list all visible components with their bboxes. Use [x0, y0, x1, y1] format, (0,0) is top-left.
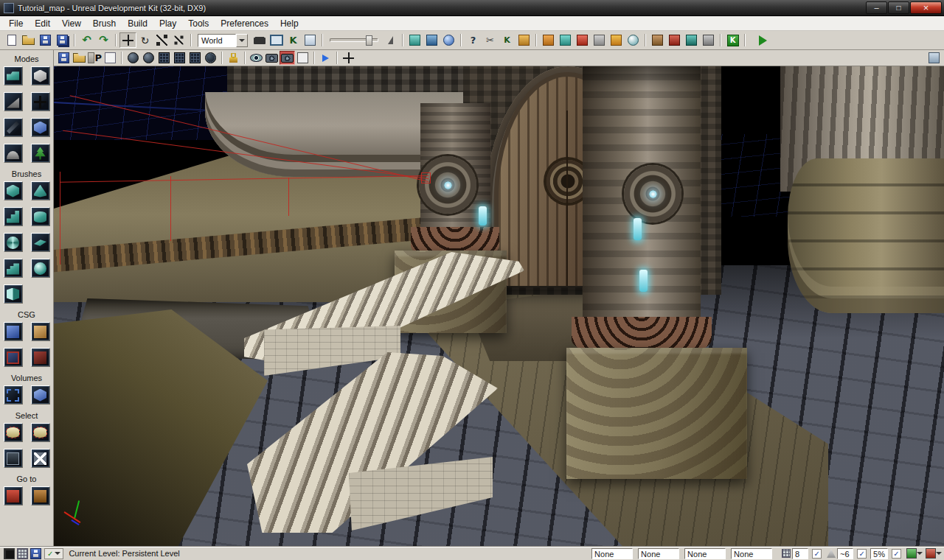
brush-cube-button[interactable] — [4, 181, 23, 200]
attach-icon[interactable] — [440, 32, 457, 48]
color-swatch-icon[interactable] — [2, 547, 15, 559]
square-white-icon[interactable] — [295, 51, 310, 65]
open-file-icon[interactable] — [20, 32, 37, 48]
csg-subtract-button[interactable] — [31, 322, 50, 341]
binoculars-icon[interactable] — [251, 32, 268, 48]
redo-icon[interactable] — [95, 32, 112, 48]
rotation-grid-icon[interactable] — [827, 549, 836, 558]
texture-mode-button[interactable] — [4, 118, 23, 137]
menu-item-file[interactable]: File — [3, 17, 29, 30]
brush-cylinder-button[interactable] — [31, 207, 50, 226]
generic-browser-icon[interactable] — [406, 32, 423, 48]
scale-tool-icon[interactable] — [153, 32, 170, 48]
perspective-viewport[interactable] — [54, 66, 944, 546]
p-mode-button[interactable]: P — [87, 51, 103, 65]
select-inside-button[interactable] — [4, 423, 23, 442]
kismet-icon[interactable] — [285, 32, 302, 48]
camera-icon[interactable] — [264, 51, 280, 65]
menu-item-help[interactable]: Help — [274, 17, 305, 30]
goto-builder-button[interactable] — [31, 486, 50, 505]
save-all-icon[interactable] — [54, 32, 71, 48]
mesh-mode-button[interactable] — [31, 118, 50, 137]
select-invert-button[interactable] — [4, 449, 23, 468]
menu-item-build[interactable]: Build — [122, 17, 153, 30]
menu-item-tools[interactable]: Tools — [182, 17, 215, 30]
eye-icon[interactable] — [249, 51, 264, 65]
brush-cone-button[interactable] — [31, 181, 50, 200]
deploy-red-icon[interactable] — [666, 32, 683, 48]
terrain-mode-button[interactable] — [4, 92, 23, 111]
brush-stair-button[interactable] — [4, 207, 23, 226]
menu-item-edit[interactable]: Edit — [29, 17, 56, 30]
select-none-button[interactable] — [31, 449, 50, 468]
geometry-mode-button[interactable] — [31, 66, 50, 85]
build-lighting-icon[interactable] — [557, 32, 574, 48]
save-mini2-icon[interactable] — [29, 547, 42, 559]
front-view-icon[interactable] — [172, 51, 187, 65]
maximize-icon[interactable] — [888, 1, 909, 14]
menu-item-view[interactable]: View — [56, 17, 87, 30]
lightmass-gem-icon[interactable] — [625, 32, 642, 48]
brush-sheet-button[interactable] — [31, 233, 50, 252]
landscape-mode-button[interactable] — [4, 144, 23, 163]
nonuniform-scale-tool-icon[interactable] — [170, 32, 187, 48]
close-icon[interactable] — [910, 1, 942, 14]
save-mini-icon[interactable] — [56, 51, 72, 65]
camera-speed-slider[interactable] — [330, 38, 378, 42]
drag-grid-checkbox[interactable] — [812, 549, 822, 559]
rotate-tool-icon[interactable] — [136, 32, 153, 48]
content-browser-icon[interactable] — [302, 32, 319, 48]
autosave-toggle-button[interactable] — [906, 548, 917, 559]
build-geometry-icon[interactable] — [540, 32, 557, 48]
side-view-icon[interactable] — [187, 51, 203, 65]
deploy-gray-icon[interactable] — [700, 32, 717, 48]
menu-item-play[interactable]: Play — [153, 17, 182, 30]
fullscreen-icon[interactable] — [268, 32, 285, 48]
open-mini-icon[interactable] — [72, 51, 87, 65]
undo-icon[interactable] — [78, 32, 95, 48]
help-question-icon[interactable] — [465, 32, 482, 48]
brush-spiral-stair-button[interactable] — [4, 233, 23, 252]
kismet-green-icon[interactable] — [724, 32, 741, 48]
camera-locked-icon[interactable] — [280, 51, 295, 65]
level-visibility-dropdown[interactable]: ✓ — [44, 548, 63, 559]
camera-speed-icon[interactable] — [382, 32, 399, 48]
menu-item-preferences[interactable]: Preferences — [215, 17, 274, 30]
volume-dashed-button[interactable] — [4, 385, 23, 405]
select-touching-button[interactable] — [31, 423, 50, 442]
lock-selection-icon[interactable] — [226, 51, 241, 65]
squint-icon[interactable] — [125, 51, 141, 65]
realtime-play-icon[interactable] — [318, 51, 333, 65]
pan-cross-icon[interactable] — [341, 51, 356, 65]
save-icon[interactable] — [37, 32, 54, 48]
cut-scissors-icon[interactable] — [482, 32, 499, 48]
build-all-icon[interactable] — [608, 32, 625, 48]
play-in-editor-icon[interactable] — [754, 32, 771, 48]
dock-toolbar-icon[interactable] — [926, 51, 942, 65]
cook-package-icon[interactable] — [649, 32, 666, 48]
world-mode-dropdown[interactable]: World — [198, 34, 248, 47]
menu-item-brush[interactable]: Brush — [87, 17, 122, 30]
select-translucent-icon[interactable] — [103, 51, 118, 65]
csg-intersect-button[interactable] — [4, 348, 23, 367]
kismet-small-icon[interactable] — [499, 32, 516, 48]
world-mode-caret[interactable] — [236, 34, 248, 47]
translate-tool-icon[interactable] — [119, 32, 136, 48]
brush-sphere-button[interactable] — [31, 259, 50, 278]
volume-cube-button[interactable] — [31, 385, 50, 405]
titlebar[interactable]: Tutorial_map - Unreal Development Kit (3… — [0, 0, 944, 16]
scale-snap-checkbox[interactable] — [892, 549, 901, 559]
wire-view-icon[interactable] — [203, 51, 218, 65]
deploy-teal-icon[interactable] — [683, 32, 700, 48]
csg-deintersect-button[interactable] — [31, 348, 50, 367]
drag-grid-icon[interactable] — [782, 549, 791, 558]
brush-curved-stair-button[interactable] — [4, 259, 23, 278]
camera-mode-button[interactable] — [4, 66, 23, 85]
autosave-interval-button[interactable] — [926, 548, 936, 559]
transform-mode-button[interactable] — [31, 92, 50, 111]
build-paths-icon[interactable] — [574, 32, 591, 48]
foliage-mode-button[interactable] — [31, 144, 50, 163]
grid-mini-icon[interactable] — [15, 547, 29, 559]
minimize-icon[interactable] — [866, 1, 887, 14]
csg-add-button[interactable] — [4, 322, 23, 341]
